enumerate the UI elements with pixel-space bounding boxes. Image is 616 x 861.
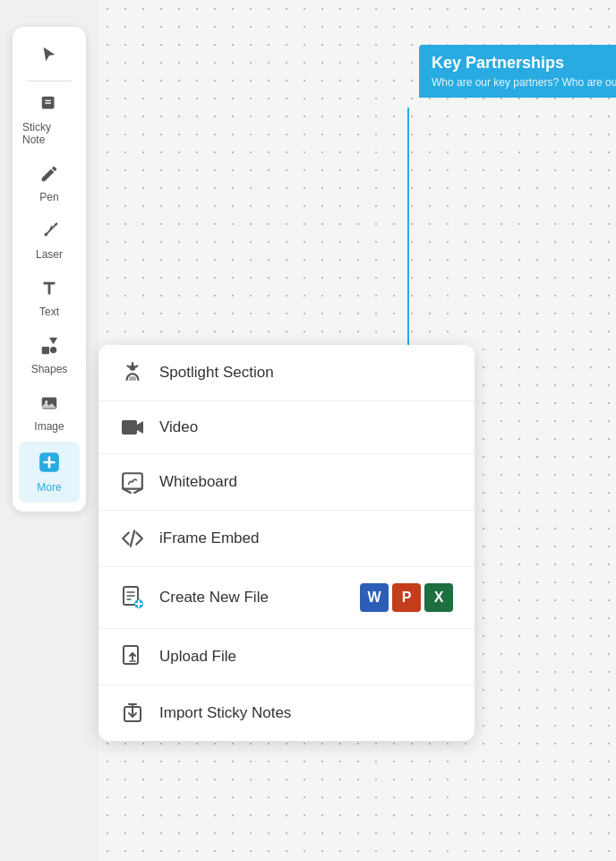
more-label: More (37, 481, 61, 494)
kp-title: Key Partnerships (432, 54, 603, 73)
menu-item-create-file[interactable]: Create New File W P X (98, 567, 475, 629)
svg-line-25 (131, 530, 134, 546)
svg-point-7 (55, 223, 57, 226)
key-partnerships-card: Key Partnerships Who are our key partner… (419, 45, 616, 98)
svg-line-19 (128, 366, 130, 366)
tool-laser[interactable]: Laser (19, 212, 80, 270)
shapes-label: Shapes (31, 363, 68, 375)
divider-1 (27, 81, 72, 82)
sidebar-toolbar: Sticky Note Pen Laser (13, 27, 86, 512)
svg-point-9 (50, 347, 56, 353)
create-file-icon (120, 586, 145, 609)
svg-marker-21 (137, 421, 143, 434)
svg-line-18 (136, 366, 138, 366)
whiteboard-label: Whiteboard (159, 473, 453, 491)
tool-image[interactable]: Image (19, 384, 80, 442)
menu-item-spotlight[interactable]: Spotlight Section (98, 345, 475, 401)
iframe-label: iFrame Embed (159, 530, 453, 547)
tool-pen[interactable]: Pen (19, 155, 80, 212)
laser-icon (39, 221, 59, 245)
pen-icon (39, 164, 59, 187)
kp-vertical-line (407, 108, 409, 358)
tool-shapes[interactable]: Shapes (19, 327, 80, 384)
more-dropdown-menu: Spotlight Section Video Whiteboard (98, 345, 475, 741)
pen-label: Pen (39, 191, 58, 203)
spotlight-label: Spotlight Section (159, 364, 453, 382)
tool-more[interactable]: More (19, 442, 80, 503)
upload-file-icon (120, 645, 145, 668)
svg-marker-10 (49, 338, 57, 344)
menu-item-upload-file[interactable]: Upload File (98, 629, 475, 685)
office-badges: W P X (360, 583, 453, 612)
shapes-icon (39, 336, 59, 359)
cursor-icon (39, 45, 59, 68)
whiteboard-icon (120, 470, 145, 494)
menu-item-import-sticky[interactable]: Import Sticky Notes (98, 685, 475, 741)
menu-item-iframe[interactable]: iFrame Embed (98, 511, 475, 567)
tool-text[interactable]: Text (19, 270, 80, 327)
sticky-note-label: Sticky Note (22, 121, 76, 146)
tool-sticky-note[interactable]: Sticky Note (19, 85, 80, 155)
powerpoint-badge: P (392, 583, 421, 612)
tool-cursor[interactable] (19, 36, 80, 77)
image-label: Image (34, 420, 64, 433)
word-badge: W (360, 583, 389, 612)
video-icon (120, 418, 145, 437)
import-sticky-icon (120, 702, 145, 725)
text-icon (39, 279, 59, 302)
text-label: Text (39, 306, 59, 318)
menu-item-video[interactable]: Video (98, 401, 475, 454)
excel-badge: X (424, 583, 453, 612)
svg-rect-8 (42, 347, 49, 354)
svg-rect-20 (122, 420, 137, 435)
more-plus-icon (38, 451, 61, 478)
laser-label: Laser (36, 248, 63, 261)
image-icon (39, 393, 59, 417)
import-sticky-label: Import Sticky Notes (159, 704, 453, 722)
sticky-note-icon (39, 94, 59, 117)
iframe-icon (120, 527, 145, 550)
video-label: Video (159, 418, 453, 436)
menu-item-whiteboard[interactable]: Whiteboard (98, 454, 475, 511)
create-file-label: Create New File (159, 589, 346, 607)
spotlight-icon (120, 361, 145, 384)
upload-file-label: Upload File (159, 648, 453, 666)
kp-subtitle: Who are our key partners? Who are ou (432, 76, 603, 89)
